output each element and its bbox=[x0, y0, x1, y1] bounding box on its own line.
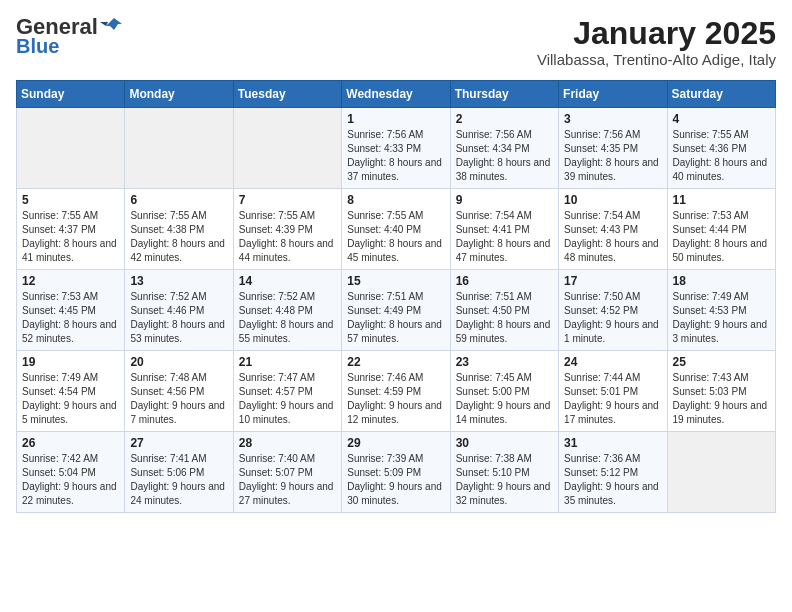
logo: General Blue bbox=[16, 16, 122, 56]
day-number: 6 bbox=[130, 193, 227, 207]
calendar-week-3: 12Sunrise: 7:53 AMSunset: 4:45 PMDayligh… bbox=[17, 270, 776, 351]
day-info: Sunrise: 7:48 AMSunset: 4:56 PMDaylight:… bbox=[130, 371, 227, 427]
day-number: 16 bbox=[456, 274, 553, 288]
calendar-cell: 7Sunrise: 7:55 AMSunset: 4:39 PMDaylight… bbox=[233, 189, 341, 270]
day-number: 27 bbox=[130, 436, 227, 450]
calendar-cell: 25Sunrise: 7:43 AMSunset: 5:03 PMDayligh… bbox=[667, 351, 775, 432]
calendar-header-wednesday: Wednesday bbox=[342, 81, 450, 108]
day-info: Sunrise: 7:49 AMSunset: 4:54 PMDaylight:… bbox=[22, 371, 119, 427]
day-number: 10 bbox=[564, 193, 661, 207]
calendar-cell: 5Sunrise: 7:55 AMSunset: 4:37 PMDaylight… bbox=[17, 189, 125, 270]
day-number: 20 bbox=[130, 355, 227, 369]
calendar-cell: 13Sunrise: 7:52 AMSunset: 4:46 PMDayligh… bbox=[125, 270, 233, 351]
day-info: Sunrise: 7:55 AMSunset: 4:39 PMDaylight:… bbox=[239, 209, 336, 265]
calendar-cell: 11Sunrise: 7:53 AMSunset: 4:44 PMDayligh… bbox=[667, 189, 775, 270]
calendar-cell: 4Sunrise: 7:55 AMSunset: 4:36 PMDaylight… bbox=[667, 108, 775, 189]
day-info: Sunrise: 7:43 AMSunset: 5:03 PMDaylight:… bbox=[673, 371, 770, 427]
calendar-cell: 28Sunrise: 7:40 AMSunset: 5:07 PMDayligh… bbox=[233, 432, 341, 513]
page-header: General Blue January 2025 Villabassa, Tr… bbox=[16, 16, 776, 68]
calendar-cell: 14Sunrise: 7:52 AMSunset: 4:48 PMDayligh… bbox=[233, 270, 341, 351]
day-number: 9 bbox=[456, 193, 553, 207]
calendar-cell: 17Sunrise: 7:50 AMSunset: 4:52 PMDayligh… bbox=[559, 270, 667, 351]
day-number: 31 bbox=[564, 436, 661, 450]
day-info: Sunrise: 7:36 AMSunset: 5:12 PMDaylight:… bbox=[564, 452, 661, 508]
calendar-week-1: 1Sunrise: 7:56 AMSunset: 4:33 PMDaylight… bbox=[17, 108, 776, 189]
calendar-cell: 8Sunrise: 7:55 AMSunset: 4:40 PMDaylight… bbox=[342, 189, 450, 270]
calendar-cell bbox=[233, 108, 341, 189]
day-info: Sunrise: 7:49 AMSunset: 4:53 PMDaylight:… bbox=[673, 290, 770, 346]
day-info: Sunrise: 7:50 AMSunset: 4:52 PMDaylight:… bbox=[564, 290, 661, 346]
day-number: 7 bbox=[239, 193, 336, 207]
calendar-cell: 22Sunrise: 7:46 AMSunset: 4:59 PMDayligh… bbox=[342, 351, 450, 432]
calendar-cell: 31Sunrise: 7:36 AMSunset: 5:12 PMDayligh… bbox=[559, 432, 667, 513]
calendar-table: SundayMondayTuesdayWednesdayThursdayFrid… bbox=[16, 80, 776, 513]
day-info: Sunrise: 7:51 AMSunset: 4:50 PMDaylight:… bbox=[456, 290, 553, 346]
calendar-cell bbox=[667, 432, 775, 513]
day-number: 23 bbox=[456, 355, 553, 369]
day-info: Sunrise: 7:38 AMSunset: 5:10 PMDaylight:… bbox=[456, 452, 553, 508]
day-number: 5 bbox=[22, 193, 119, 207]
day-info: Sunrise: 7:54 AMSunset: 4:43 PMDaylight:… bbox=[564, 209, 661, 265]
day-number: 1 bbox=[347, 112, 444, 126]
calendar-cell: 19Sunrise: 7:49 AMSunset: 4:54 PMDayligh… bbox=[17, 351, 125, 432]
day-info: Sunrise: 7:55 AMSunset: 4:36 PMDaylight:… bbox=[673, 128, 770, 184]
logo-bird-icon bbox=[100, 16, 122, 34]
day-number: 25 bbox=[673, 355, 770, 369]
day-info: Sunrise: 7:39 AMSunset: 5:09 PMDaylight:… bbox=[347, 452, 444, 508]
logo-blue-text: Blue bbox=[16, 36, 59, 56]
day-info: Sunrise: 7:55 AMSunset: 4:40 PMDaylight:… bbox=[347, 209, 444, 265]
calendar-cell: 20Sunrise: 7:48 AMSunset: 4:56 PMDayligh… bbox=[125, 351, 233, 432]
day-info: Sunrise: 7:55 AMSunset: 4:38 PMDaylight:… bbox=[130, 209, 227, 265]
day-number: 12 bbox=[22, 274, 119, 288]
calendar-week-5: 26Sunrise: 7:42 AMSunset: 5:04 PMDayligh… bbox=[17, 432, 776, 513]
calendar-header-monday: Monday bbox=[125, 81, 233, 108]
day-info: Sunrise: 7:46 AMSunset: 4:59 PMDaylight:… bbox=[347, 371, 444, 427]
calendar-cell: 15Sunrise: 7:51 AMSunset: 4:49 PMDayligh… bbox=[342, 270, 450, 351]
calendar-cell: 29Sunrise: 7:39 AMSunset: 5:09 PMDayligh… bbox=[342, 432, 450, 513]
day-number: 22 bbox=[347, 355, 444, 369]
day-number: 18 bbox=[673, 274, 770, 288]
calendar-cell: 24Sunrise: 7:44 AMSunset: 5:01 PMDayligh… bbox=[559, 351, 667, 432]
day-info: Sunrise: 7:45 AMSunset: 5:00 PMDaylight:… bbox=[456, 371, 553, 427]
day-number: 11 bbox=[673, 193, 770, 207]
day-number: 2 bbox=[456, 112, 553, 126]
svg-marker-0 bbox=[106, 18, 122, 30]
day-info: Sunrise: 7:53 AMSunset: 4:44 PMDaylight:… bbox=[673, 209, 770, 265]
calendar-header-sunday: Sunday bbox=[17, 81, 125, 108]
day-number: 19 bbox=[22, 355, 119, 369]
calendar-cell: 10Sunrise: 7:54 AMSunset: 4:43 PMDayligh… bbox=[559, 189, 667, 270]
day-number: 4 bbox=[673, 112, 770, 126]
day-number: 15 bbox=[347, 274, 444, 288]
calendar-week-4: 19Sunrise: 7:49 AMSunset: 4:54 PMDayligh… bbox=[17, 351, 776, 432]
day-number: 30 bbox=[456, 436, 553, 450]
day-info: Sunrise: 7:52 AMSunset: 4:46 PMDaylight:… bbox=[130, 290, 227, 346]
title-block: January 2025 Villabassa, Trentino-Alto A… bbox=[537, 16, 776, 68]
calendar-cell: 2Sunrise: 7:56 AMSunset: 4:34 PMDaylight… bbox=[450, 108, 558, 189]
day-info: Sunrise: 7:44 AMSunset: 5:01 PMDaylight:… bbox=[564, 371, 661, 427]
calendar-cell: 16Sunrise: 7:51 AMSunset: 4:50 PMDayligh… bbox=[450, 270, 558, 351]
calendar-cell: 23Sunrise: 7:45 AMSunset: 5:00 PMDayligh… bbox=[450, 351, 558, 432]
page-title: January 2025 bbox=[537, 16, 776, 51]
calendar-week-2: 5Sunrise: 7:55 AMSunset: 4:37 PMDaylight… bbox=[17, 189, 776, 270]
day-info: Sunrise: 7:51 AMSunset: 4:49 PMDaylight:… bbox=[347, 290, 444, 346]
calendar-header-tuesday: Tuesday bbox=[233, 81, 341, 108]
calendar-header-thursday: Thursday bbox=[450, 81, 558, 108]
day-number: 14 bbox=[239, 274, 336, 288]
day-info: Sunrise: 7:40 AMSunset: 5:07 PMDaylight:… bbox=[239, 452, 336, 508]
day-number: 24 bbox=[564, 355, 661, 369]
calendar-cell: 26Sunrise: 7:42 AMSunset: 5:04 PMDayligh… bbox=[17, 432, 125, 513]
calendar-cell: 27Sunrise: 7:41 AMSunset: 5:06 PMDayligh… bbox=[125, 432, 233, 513]
calendar-cell bbox=[17, 108, 125, 189]
calendar-cell: 9Sunrise: 7:54 AMSunset: 4:41 PMDaylight… bbox=[450, 189, 558, 270]
day-number: 29 bbox=[347, 436, 444, 450]
day-number: 8 bbox=[347, 193, 444, 207]
day-number: 17 bbox=[564, 274, 661, 288]
day-info: Sunrise: 7:54 AMSunset: 4:41 PMDaylight:… bbox=[456, 209, 553, 265]
calendar-cell: 18Sunrise: 7:49 AMSunset: 4:53 PMDayligh… bbox=[667, 270, 775, 351]
calendar-cell: 6Sunrise: 7:55 AMSunset: 4:38 PMDaylight… bbox=[125, 189, 233, 270]
day-info: Sunrise: 7:56 AMSunset: 4:33 PMDaylight:… bbox=[347, 128, 444, 184]
day-number: 26 bbox=[22, 436, 119, 450]
calendar-cell bbox=[125, 108, 233, 189]
day-number: 3 bbox=[564, 112, 661, 126]
calendar-cell: 21Sunrise: 7:47 AMSunset: 4:57 PMDayligh… bbox=[233, 351, 341, 432]
